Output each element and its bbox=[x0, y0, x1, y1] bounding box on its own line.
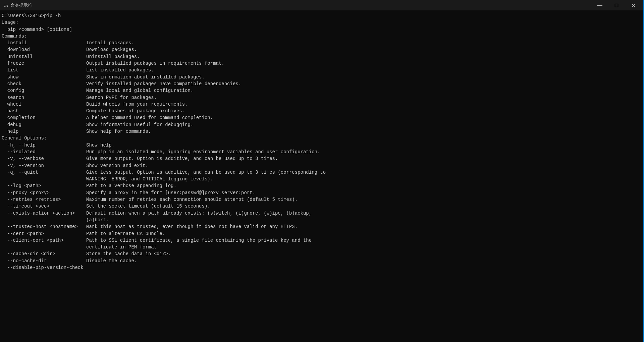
terminal-line: C:\Users\73416>pip -h bbox=[2, 12, 642, 19]
terminal-line: check Verify installed packages have com… bbox=[2, 80, 642, 87]
terminal-line: --exists-action <action> Default action … bbox=[2, 210, 642, 217]
terminal-line: --log <path> Path to a verbose appending… bbox=[2, 182, 642, 189]
terminal-line: help Show help for commands. bbox=[2, 128, 642, 135]
title-bar: CN 命令提示符 — □ ✕ bbox=[0, 0, 644, 10]
title-bar-left: CN 命令提示符 bbox=[3, 2, 32, 8]
terminal-line: -h, --help Show help. bbox=[2, 142, 642, 149]
window-title: 命令提示符 bbox=[10, 2, 32, 8]
svg-text:CN: CN bbox=[4, 4, 8, 7]
terminal-line: uninstall Uninstall packages. bbox=[2, 53, 642, 60]
terminal-line: --retries <retries> Maximum number of re… bbox=[2, 196, 642, 203]
terminal-line: --cert <path> Path to alternate CA bundl… bbox=[2, 230, 642, 237]
terminal-line: Usage: bbox=[2, 19, 642, 26]
window-icon: CN bbox=[3, 3, 8, 8]
terminal-line: list List installed packages. bbox=[2, 67, 642, 73]
terminal-line: (a)bort. bbox=[2, 217, 642, 223]
terminal-line: -v, --verbose Give more output. Option i… bbox=[2, 155, 642, 162]
close-button[interactable]: ✕ bbox=[626, 0, 641, 10]
terminal-line: --disable-pip-version-check bbox=[2, 264, 642, 271]
terminal-line: debug Show information useful for debugg… bbox=[2, 121, 642, 128]
terminal-line: WARNING, ERROR, and CRITICAL logging lev… bbox=[2, 176, 642, 182]
terminal-line: --timeout <sec> Set the socket timeout (… bbox=[2, 203, 642, 210]
terminal-line: --cache-dir <dir> Store the cache data i… bbox=[2, 250, 642, 257]
terminal-line: completion A helper command used for com… bbox=[2, 114, 642, 121]
terminal-line: --isolated Run pip in an isolated mode, … bbox=[2, 149, 642, 155]
terminal-line: --client-cert <path> Path to SSL client … bbox=[2, 237, 642, 244]
terminal-line: hash Compute hashes of package archives. bbox=[2, 108, 642, 114]
terminal-line: --trusted-host <hostname> Mark this host… bbox=[2, 223, 642, 230]
terminal-line: pip <command> [options] bbox=[2, 26, 642, 33]
terminal-line: General Options: bbox=[2, 135, 642, 141]
terminal-line: install Install packages. bbox=[2, 40, 642, 46]
window-controls: — □ ✕ bbox=[592, 0, 641, 10]
maximize-button[interactable]: □ bbox=[609, 0, 624, 10]
terminal-line: search Search PyPI for packages. bbox=[2, 94, 642, 101]
terminal-line: -q, --quiet Give less output. Option is … bbox=[2, 169, 642, 176]
terminal-output: C:\Users\73416>pip -hUsage: pip <command… bbox=[0, 10, 644, 342]
terminal-line: show Show information about installed pa… bbox=[2, 74, 642, 80]
terminal-line: -V, --version Show version and exit. bbox=[2, 162, 642, 169]
terminal-line: certificate in PEM format. bbox=[2, 244, 642, 250]
terminal-line: config Manage local and global configura… bbox=[2, 87, 642, 94]
terminal-line: --no-cache-dir Disable the cache. bbox=[2, 258, 642, 264]
terminal-line: wheel Build wheels from your requirement… bbox=[2, 101, 642, 108]
terminal-line: freeze Output installed packages in requ… bbox=[2, 60, 642, 67]
terminal-window: CN 命令提示符 — □ ✕ C:\Users\73416>pip -hUsag… bbox=[0, 0, 644, 342]
terminal-line: download Download packages. bbox=[2, 46, 642, 53]
terminal-line: Commands: bbox=[2, 33, 642, 40]
minimize-button[interactable]: — bbox=[592, 0, 607, 10]
terminal-line: --proxy <proxy> Specify a proxy in the f… bbox=[2, 189, 642, 196]
